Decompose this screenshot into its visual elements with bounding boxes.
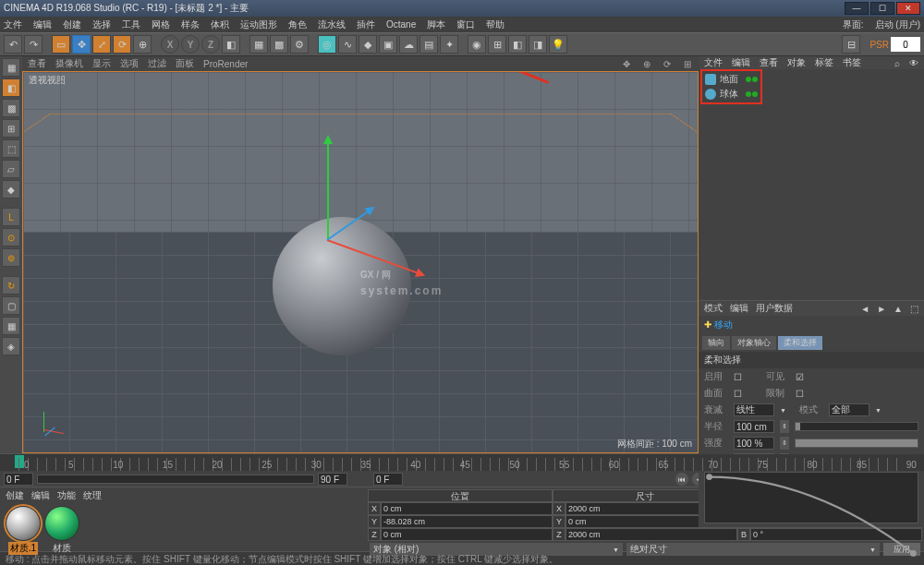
content-browser-button[interactable]: ⊟ [842,35,860,54]
vp-nav-rotate-icon[interactable]: ⟳ [662,58,673,69]
menu-file[interactable]: 文件 [4,18,22,31]
om-menu-tags[interactable]: 标签 [815,56,833,69]
attr-strength-stepper[interactable]: ⇕ [780,437,789,450]
mat-menu-edit[interactable]: 编辑 [31,489,50,502]
viewport-solo-button[interactable]: ⊙ [2,228,20,246]
menu-volume[interactable]: 体积 [211,18,229,31]
menu-mograph[interactable]: 运动图形 [240,18,277,31]
timeline-ruler[interactable]: 0510 152025 303540 455055 606570 758085 … [0,454,924,471]
material-preview-1[interactable] [6,506,41,541]
attr-radius-slider[interactable] [795,422,918,431]
attr-mode-dropdown[interactable]: 全部 [829,403,869,416]
mat-menu-create[interactable]: 创建 [6,489,24,502]
attr-nav-up-icon[interactable]: ▲ [894,304,903,314]
menu-window[interactable]: 窗口 [456,18,475,31]
om-search-icon[interactable]: ⌕ [894,58,900,68]
normal-align-button[interactable]: ▦ [2,317,20,335]
menu-spline[interactable]: 样条 [181,18,200,31]
extra-mode-button[interactable]: ◈ [2,337,20,355]
attr-tab-soft-select[interactable]: 柔和选择 [778,336,822,350]
menu-script[interactable]: 脚本 [427,18,445,31]
attr-nav-back-icon[interactable]: ◄ [860,304,869,314]
layout-value[interactable]: 启动 (用户) [875,18,920,31]
add-camera-button[interactable]: ▤ [419,35,438,54]
hierarchy-item-sphere[interactable]: 球体 [703,87,760,102]
om-menu-edit[interactable]: 编辑 [732,56,750,69]
undo-button[interactable]: ↶ [4,35,22,54]
menu-octane[interactable]: Octane [386,19,416,30]
vp-nav-zoom-icon[interactable]: ⊕ [641,58,652,69]
workplane-mode-button[interactable]: ⊞ [2,119,20,138]
vp-menu-view[interactable]: 查看 [28,57,46,70]
vp-menu-panel[interactable]: 面板 [176,57,194,70]
tweak-mode-button[interactable]: ↻ [2,276,20,295]
attr-visible-checkbox[interactable]: ☑ [796,372,804,382]
soft-select-button[interactable]: ▢ [2,296,20,315]
octane-live-button[interactable]: ◉ [468,35,486,54]
redo-button[interactable]: ↷ [24,35,43,54]
lock-x-axis[interactable]: X [161,35,179,54]
vp-menu-prorender[interactable]: ProRender [203,59,248,69]
window-minimize-button[interactable]: — [845,2,869,15]
scale-tool[interactable]: ⤢ [92,35,111,54]
mat-menu-texture[interactable]: 纹理 [83,489,102,502]
attr-limit-checkbox[interactable]: ☐ [796,389,804,399]
texture-mode-button[interactable]: ▩ [2,99,20,117]
vp-menu-filter[interactable]: 过滤 [148,57,166,70]
menu-select[interactable]: 选择 [92,18,111,31]
render-region-button[interactable]: ▩ [270,35,288,54]
point-mode-button[interactable]: ⬚ [2,139,20,158]
attr-strength-input[interactable]: 100 % [734,437,774,450]
attr-tab-axis[interactable]: 轴向 [702,336,730,350]
attr-enable-checkbox[interactable]: ☐ [734,372,742,382]
attr-nav-fwd-icon[interactable]: ► [877,304,886,314]
menu-character[interactable]: 角色 [288,18,307,31]
add-generator-button[interactable]: ◆ [359,35,377,54]
om-menu-file[interactable]: 文件 [704,56,723,69]
make-editable-button[interactable]: ▦ [2,58,20,77]
timeline-end-frame[interactable]: 90 F [318,473,347,486]
window-maximize-button[interactable]: ☐ [870,2,894,15]
attr-falloff-dropdown[interactable]: 线性 [734,403,774,416]
menu-edit[interactable]: 编辑 [33,18,52,31]
timeline-start-frame[interactable]: 0 F [4,473,33,486]
add-primitive-button[interactable]: ◎ [318,35,336,54]
render-settings-button[interactable]: ⚙ [290,35,309,54]
coord-pos-z-input[interactable]: 0 cm [381,528,553,541]
om-menu-bookmarks[interactable]: 书签 [843,56,861,69]
material-preview-2[interactable] [44,506,79,541]
menu-pipeline[interactable]: 流水线 [318,18,346,31]
octane-extra-button[interactable]: ◨ [529,35,547,54]
attr-tab-modeling-axis[interactable]: 对象轴心 [732,336,776,350]
polygon-mode-button[interactable]: ◆ [2,180,20,198]
om-menu-object[interactable]: 对象 [787,56,806,69]
menu-plugins[interactable]: 插件 [357,18,375,31]
move-tool[interactable]: ✥ [72,35,91,54]
tip-button[interactable]: 💡 [549,35,567,54]
vp-nav-toggle-icon[interactable]: ⊞ [682,58,693,69]
om-menu-view[interactable]: 查看 [760,56,778,69]
vp-nav-pan-icon[interactable]: ✥ [621,58,632,69]
octane-manager-button[interactable]: ◧ [508,35,527,54]
vp-menu-options[interactable]: 选项 [120,57,139,70]
window-close-button[interactable]: ✕ [896,2,920,15]
model-mode-button[interactable]: ◧ [2,78,20,97]
attr-falloff-curve[interactable] [704,472,918,523]
add-deformer-button[interactable]: ▣ [379,35,397,54]
lock-y-axis[interactable]: Y [181,35,200,54]
coord-pos-x-input[interactable]: 0 cm [381,502,553,515]
add-environment-button[interactable]: ☁ [399,35,418,54]
axis-mode-button[interactable]: L [2,208,20,226]
edge-mode-button[interactable]: ▱ [2,160,20,178]
menu-mesh[interactable]: 网格 [152,18,170,31]
menu-create[interactable]: 创建 [63,18,81,31]
add-spline-button[interactable]: ∿ [338,35,357,54]
gizmo-y-axis[interactable] [327,138,329,239]
menu-help[interactable]: 帮助 [486,18,505,31]
octane-settings-button[interactable]: ⊞ [488,35,506,54]
coord-pos-y-input[interactable]: -88.028 cm [381,515,553,528]
attr-menu-userdata[interactable]: 用户数据 [756,302,793,315]
attr-lock-icon[interactable]: ⬚ [910,304,918,314]
rotate-tool[interactable]: ⟳ [113,35,131,54]
sphere-object[interactable] [273,217,411,355]
